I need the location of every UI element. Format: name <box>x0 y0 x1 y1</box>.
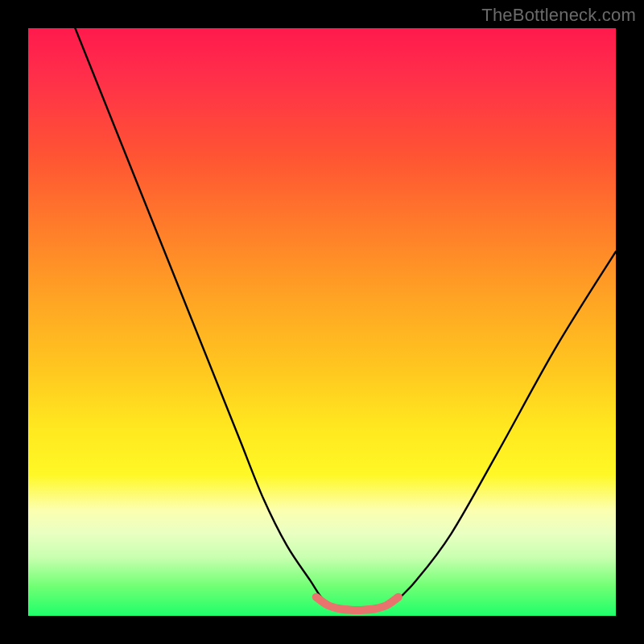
bottleneck-curve-path <box>75 28 616 610</box>
chart-frame: TheBottleneck.com <box>0 0 644 644</box>
watermark-text: TheBottleneck.com <box>481 5 636 26</box>
curve-layer <box>28 28 616 616</box>
highlight-segment-path <box>316 597 398 610</box>
plot-area <box>28 28 616 616</box>
